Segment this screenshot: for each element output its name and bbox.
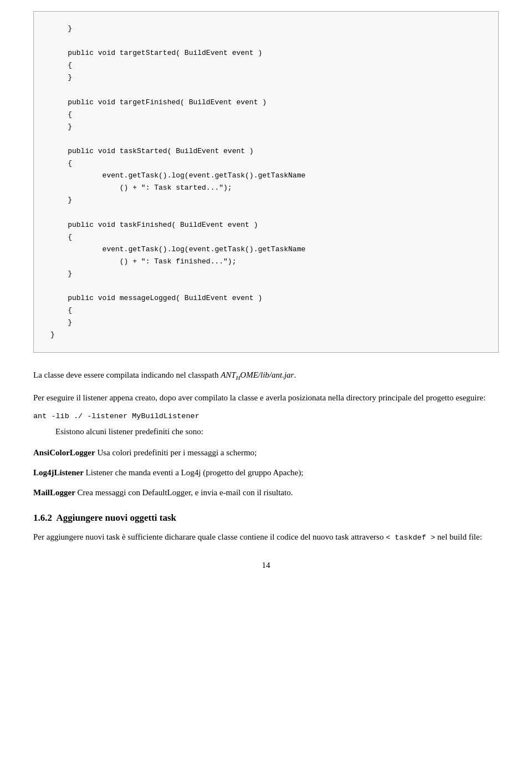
- section-para-end: nel build file:: [435, 532, 482, 541]
- section-title: Aggiungere nuovi oggetti task: [57, 512, 176, 523]
- term-maillogger: MailLogger: [33, 488, 75, 497]
- section-heading-162: 1.6.2 Aggiungere nuovi oggetti task: [33, 512, 499, 524]
- section-number: 1.6.2: [33, 512, 52, 523]
- indent-predefined: Esistono alcuni listener predefiniti che…: [55, 425, 499, 438]
- desc-maillogger: Crea messaggi con DefaultLogger, e invia…: [75, 488, 293, 497]
- section-para-text: Per aggiungere nuovi task è sufficiente …: [33, 532, 386, 541]
- desc-ansicolorlogger: Usa colori predefiniti per i messaggi a …: [95, 448, 257, 457]
- taskdef-tag: < taskdef >: [386, 534, 435, 542]
- term-log4jlistener: Log4jListener: [33, 468, 84, 477]
- predefined-intro: Esistono alcuni listener predefiniti che…: [55, 425, 499, 438]
- code-block: } public void targetStarted( BuildEvent …: [33, 11, 499, 353]
- text-period: .: [294, 370, 296, 379]
- paragraph-run-listener: Per eseguire il listener appena creato, …: [33, 391, 499, 404]
- definition-list: AnsiColorLogger Usa colori predefiniti p…: [33, 446, 499, 499]
- def-item-log4jlistener: Log4jListener Listener che manda eventi …: [33, 466, 499, 479]
- page-number: 14: [33, 561, 499, 570]
- section-paragraph: Per aggiungere nuovi task è sufficiente …: [33, 530, 499, 544]
- text-before-path: La classe deve essere compilata indicand…: [33, 370, 221, 379]
- def-item-ansicolorlogger: AnsiColorLogger Usa colori predefiniti p…: [33, 446, 499, 459]
- def-item-maillogger: MailLogger Crea messaggi con DefaultLogg…: [33, 486, 499, 499]
- desc-log4jlistener: Listener che manda eventi a Log4j (proge…: [84, 468, 304, 477]
- term-ansicolorlogger: AnsiColorLogger: [33, 448, 95, 457]
- paragraph-classpath: La classe deve essere compilata indicand…: [33, 368, 499, 383]
- command-ant: ant -lib ./ -listener MyBuildListener: [33, 412, 499, 420]
- ant-path: ANTHOME/lib/ant.jar: [221, 370, 294, 379]
- code-container: } public void targetStarted( BuildEvent …: [33, 11, 499, 353]
